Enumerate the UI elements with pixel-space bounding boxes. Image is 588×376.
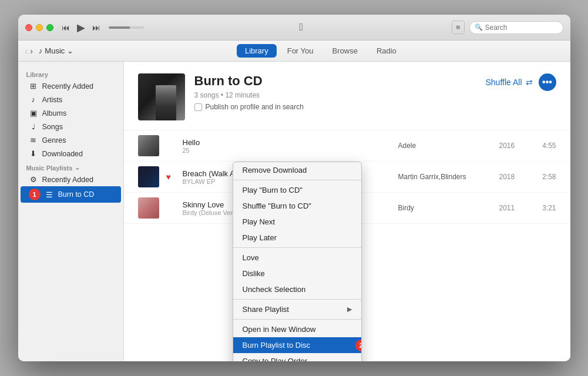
menu-item-label: Love <box>243 253 259 262</box>
publish-checkbox[interactable] <box>194 103 202 111</box>
album-art-figure <box>156 85 176 120</box>
playlists-section-header[interactable]: Music Playlists ⌄ <box>18 160 123 173</box>
menu-item-label: Copy to Play Order <box>243 357 308 361</box>
menu-item-label: Uncheck Selection <box>243 285 306 294</box>
sidebar-item-label: Recently Added <box>42 82 94 90</box>
menu-item-label: Play Next <box>243 217 275 226</box>
menu-divider <box>233 299 361 300</box>
track-year: 2018 <box>499 173 529 181</box>
title-bar-right: ≡ 🔍 <box>452 21 563 34</box>
tab-browse[interactable]: Browse <box>324 44 366 58</box>
search-box: 🔍 <box>469 21 563 34</box>
songs-icon: ♩ <box>29 122 38 131</box>
track-duration: 4:55 <box>536 142 556 150</box>
traffic-lights <box>25 24 53 31</box>
albums-icon: ▣ <box>29 109 38 118</box>
nav-library-section: ♪ Music ⌄ <box>39 46 73 55</box>
menu-item-uncheck-selection[interactable]: Uncheck Selection <box>233 281 361 297</box>
nav-back-button[interactable]: ‹ <box>25 46 28 56</box>
menu-item-play-next[interactable]: Play Next <box>233 214 361 230</box>
sidebar-item-label: Recently Added <box>42 176 94 184</box>
library-section-header: Library <box>18 68 123 79</box>
menu-item-share-playlist[interactable]: Share Playlist ▶ <box>233 301 361 317</box>
menu-item-remove-download[interactable]: Remove Download <box>233 162 361 178</box>
volume-slider[interactable] <box>109 26 144 29</box>
sidebar-item-label: Songs <box>42 123 63 131</box>
track-year: 2011 <box>499 204 529 212</box>
tab-radio[interactable]: Radio <box>368 44 405 58</box>
menu-item-shuffle-burn[interactable]: Shuffle "Burn to CD" <box>233 198 361 214</box>
shuffle-all-label: Shuffle All <box>485 78 522 87</box>
transport-controls: ⏮ ▶ ⏭ <box>61 20 144 35</box>
sidebar-item-genres[interactable]: ≋ Genres <box>21 133 121 147</box>
track-duration: 2:58 <box>536 173 556 181</box>
search-input[interactable] <box>485 24 562 32</box>
more-options-icon: ••• <box>542 77 552 88</box>
track-artist: Adele <box>398 142 492 150</box>
submenu-arrow-icon: ▶ <box>347 306 352 313</box>
list-view-button[interactable]: ≡ <box>452 21 465 34</box>
sidebar-item-albums[interactable]: ▣ Albums <box>21 106 121 120</box>
fast-forward-button[interactable]: ⏭ <box>91 22 102 33</box>
menu-item-play-burn[interactable]: Play "Burn to CD" <box>233 182 361 198</box>
sidebar-item-recently-added-playlist[interactable]: ⚙ Recently Added <box>21 173 121 186</box>
menu-item-copy-to-play-order[interactable]: Copy to Play Order <box>233 353 361 361</box>
shuffle-all-button[interactable]: Shuffle All ⇄ <box>485 78 532 87</box>
album-title: Burn to CD <box>194 73 476 89</box>
track-artist: Martin Garrix,Blinders <box>398 173 492 181</box>
rewind-button[interactable]: ⏮ <box>61 22 71 33</box>
sidebar-item-label: Albums <box>42 109 67 118</box>
album-actions: Shuffle All ⇄ ••• <box>485 73 556 91</box>
menu-divider <box>233 247 361 248</box>
tab-for-you[interactable]: For You <box>279 44 322 58</box>
menu-divider <box>233 319 361 320</box>
search-icon: 🔍 <box>475 24 483 31</box>
track-duration: 3:21 <box>536 204 556 212</box>
sidebar-item-burn-to-cd[interactable]: 1 ☰ Burn to CD <box>21 186 121 203</box>
menu-item-label: Dislike <box>243 269 265 278</box>
album-publish: Publish on profile and in search <box>194 103 476 111</box>
title-bar-center:  <box>151 21 452 33</box>
menu-item-label: Play Later <box>243 233 277 242</box>
recently-added-icon: ⊞ <box>29 82 38 90</box>
album-header: Burn to CD 3 songs • 12 minutes Publish … <box>124 62 570 130</box>
track-row[interactable]: Hello 25 Adele 2016 4:55 <box>124 130 570 162</box>
artists-icon: ♪ <box>29 95 38 104</box>
right-panel: Burn to CD 3 songs • 12 minutes Publish … <box>124 62 570 361</box>
sidebar-item-downloaded[interactable]: ⬇ Downloaded <box>21 147 121 160</box>
menu-item-open-new-window[interactable]: Open in New Window <box>233 321 361 337</box>
menu-item-burn-playlist-disc[interactable]: Burn Playlist to Disc 2 <box>233 337 361 353</box>
menu-item-dislike[interactable]: Dislike <box>233 266 361 281</box>
playlist-badge-1: 1 <box>29 189 41 200</box>
album-meta: 3 songs • 12 minutes <box>194 91 476 99</box>
play-button[interactable]: ▶ <box>76 20 86 35</box>
tab-library[interactable]: Library <box>237 44 277 58</box>
track-heart-filled: ♥ <box>166 172 176 182</box>
playlists-label: Music Playlists <box>26 164 73 172</box>
maximize-button[interactable] <box>46 24 53 31</box>
menu-item-play-later[interactable]: Play Later <box>233 230 361 246</box>
track-thumbnail <box>138 166 159 187</box>
more-options-button[interactable]: ••• <box>539 73 556 91</box>
title-bar: ⏮ ▶ ⏭  ≡ 🔍 <box>18 15 570 41</box>
track-info: Hello 25 <box>183 138 391 154</box>
close-button[interactable] <box>25 24 32 31</box>
menu-item-label: Burn Playlist to Disc <box>243 341 311 350</box>
nav-forward-button[interactable]: › <box>30 46 33 56</box>
sidebar-item-recently-added[interactable]: ⊞ Recently Added <box>21 79 121 93</box>
menu-item-label: Share Playlist <box>243 305 289 314</box>
genres-icon: ≋ <box>29 136 38 145</box>
track-name: Hello <box>183 138 391 147</box>
context-menu: Remove Download Play "Burn to CD" Shuffl… <box>233 162 362 361</box>
track-thumbnail <box>138 135 159 156</box>
track-thumbnail <box>138 197 159 219</box>
menu-item-love[interactable]: Love <box>233 250 361 266</box>
music-note-icon: ♪ <box>39 46 43 55</box>
sidebar-item-artists[interactable]: ♪ Artists <box>21 93 121 106</box>
nav-library-label: Music <box>45 46 65 55</box>
apple-logo-icon:  <box>299 21 303 33</box>
sidebar-item-songs[interactable]: ♩ Songs <box>21 120 121 133</box>
sidebar-item-label: Genres <box>42 136 66 145</box>
nav-library-dropdown-icon[interactable]: ⌄ <box>67 46 73 55</box>
minimize-button[interactable] <box>36 24 43 31</box>
